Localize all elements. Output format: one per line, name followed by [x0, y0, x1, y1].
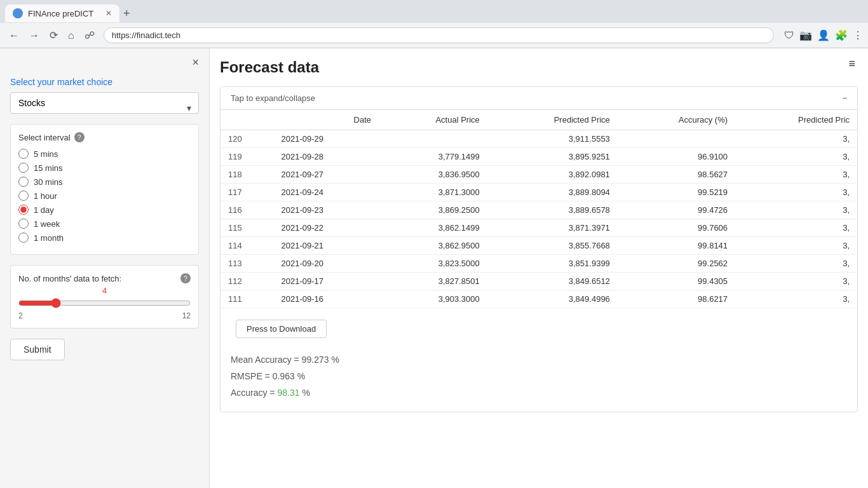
collapse-toggle[interactable]: Tap to expand/collapse − — [220, 87, 857, 110]
forecast-card: Tap to expand/collapse − Date Actual Pri… — [220, 86, 858, 412]
browser-tab[interactable]: FINAnce preDICT ✕ — [5, 4, 119, 22]
mean-accuracy-label: Mean Accuracy = 99.273 % — [231, 355, 339, 365]
interval-label: Select interval ? — [18, 132, 191, 142]
radio-1hour-label: 1 hour — [34, 191, 57, 201]
camera-icon[interactable]: 📷 — [799, 29, 812, 41]
table-row: 113 2021-09-20 3,823.5000 3,851.9399 99.… — [220, 255, 857, 273]
forward-button[interactable]: → — [25, 27, 43, 44]
cell-accuracy: 98.5627 — [618, 166, 735, 184]
cell-accuracy: 99.7606 — [618, 219, 735, 237]
col-header-date: Date — [274, 110, 379, 130]
cell-idx: 116 — [220, 201, 274, 219]
download-area: Press to Download — [220, 308, 857, 347]
home-button[interactable]: ⌂ — [64, 27, 78, 44]
cell-pred2: 3, — [735, 219, 857, 237]
table-container[interactable]: Date Actual Price Predicted Price Accura… — [220, 110, 857, 308]
months-slider[interactable] — [18, 298, 191, 308]
reload-button[interactable]: ⟳ — [46, 27, 62, 44]
cell-predicted: 3,851.9399 — [487, 255, 618, 273]
slider-max-label: 12 — [182, 311, 191, 320]
cell-accuracy: 99.2562 — [618, 255, 735, 273]
interval-1hour[interactable]: 1 hour — [18, 191, 191, 201]
cell-idx: 113 — [220, 255, 274, 273]
cell-actual: 3,836.9500 — [379, 166, 487, 184]
radio-15mins[interactable] — [18, 163, 29, 173]
address-bar[interactable]: https://finadict.tech — [104, 27, 774, 43]
slider-range-labels: 2 12 — [18, 311, 191, 320]
cell-predicted: 3,895.9251 — [487, 148, 618, 166]
radio-1day[interactable] — [18, 205, 29, 215]
cell-date: 2021-09-22 — [274, 219, 379, 237]
cell-idx: 114 — [220, 237, 274, 255]
cell-actual: 3,862.9500 — [379, 237, 487, 255]
radio-1hour[interactable] — [18, 191, 29, 201]
interval-1month[interactable]: 1 month — [18, 233, 191, 243]
cell-pred2: 3, — [735, 201, 857, 219]
interval-help-icon[interactable]: ? — [74, 132, 85, 142]
bookmark-button[interactable]: ☍ — [81, 27, 98, 44]
cell-pred2: 3, — [735, 290, 857, 308]
cell-actual: 3,869.2500 — [379, 201, 487, 219]
radio-30mins[interactable] — [18, 177, 29, 187]
extensions-icon[interactable]: 🧩 — [835, 29, 848, 41]
interval-15mins[interactable]: 15 mins — [18, 163, 191, 173]
table-row: 120 2021-09-29 3,911.5553 3, — [220, 130, 857, 148]
radio-5mins[interactable] — [18, 149, 29, 159]
radio-1week-label: 1 week — [34, 219, 60, 229]
cell-predicted: 3,889.6578 — [487, 201, 618, 219]
tab-favicon — [13, 8, 23, 18]
cell-predicted: 3,849.4996 — [487, 290, 618, 308]
cell-accuracy: 99.5219 — [618, 184, 735, 201]
interval-30mins[interactable]: 30 mins — [18, 177, 191, 187]
hamburger-menu-icon[interactable]: ≡ — [848, 57, 855, 71]
rmspe-label: RMSPE = 0.963 % — [231, 371, 305, 381]
download-button[interactable]: Press to Download — [236, 320, 327, 338]
table-row: 116 2021-09-23 3,869.2500 3,889.6578 99.… — [220, 201, 857, 219]
radio-1month[interactable] — [18, 233, 29, 243]
interval-1day[interactable]: 1 day — [18, 205, 191, 215]
cell-actual: 3,827.8501 — [379, 273, 487, 290]
cell-idx: 120 — [220, 130, 274, 148]
menu-dots-icon[interactable]: ⋮ — [853, 29, 863, 41]
navigation-bar: ← → ⟳ ⌂ ☍ https://finadict.tech 🛡 📷 👤 🧩 … — [0, 23, 868, 48]
cell-date: 2021-09-16 — [274, 290, 379, 308]
market-select-wrapper: Stocks Forex Crypto ▾ — [10, 92, 199, 124]
forecast-table: Date Actual Price Predicted Price Accura… — [220, 110, 857, 308]
cell-date: 2021-09-21 — [274, 237, 379, 255]
col-header-pred2: Predicted Pric — [735, 110, 857, 130]
table-row: 117 2021-09-24 3,871.3000 3,889.8094 99.… — [220, 184, 857, 201]
new-tab-button[interactable]: + — [123, 7, 130, 20]
close-sidebar-button[interactable]: × — [192, 56, 199, 69]
tab-title: FINAnce preDICT — [28, 9, 93, 18]
brave-shield-icon[interactable]: 🛡 — [784, 30, 794, 41]
slider-value-display: 4 — [18, 286, 191, 295]
accuracy-stat: Accuracy = 98.31 % — [231, 388, 847, 398]
cell-pred2: 3, — [735, 255, 857, 273]
cell-pred2: 3, — [735, 237, 857, 255]
cell-actual: 3,779.1499 — [379, 148, 487, 166]
months-help-icon[interactable]: ? — [180, 273, 191, 283]
accuracy-prefix: Accuracy = — [231, 388, 278, 398]
profile-icon[interactable]: 👤 — [817, 29, 830, 41]
tab-close-icon[interactable]: ✕ — [105, 9, 112, 18]
cell-pred2: 3, — [735, 166, 857, 184]
cell-predicted: 3,911.5553 — [487, 130, 618, 148]
interval-1week[interactable]: 1 week — [18, 219, 191, 229]
stats-section: Mean Accuracy = 99.273 % RMSPE = 0.963 %… — [220, 347, 857, 412]
cell-accuracy: 99.8141 — [618, 237, 735, 255]
cell-predicted: 3,892.0981 — [487, 166, 618, 184]
cell-accuracy — [618, 130, 735, 148]
cell-accuracy: 99.4305 — [618, 273, 735, 290]
collapse-text: Tap to expand/collapse — [231, 93, 315, 103]
back-button[interactable]: ← — [5, 27, 23, 44]
cell-pred2: 3, — [735, 273, 857, 290]
cell-date: 2021-09-20 — [274, 255, 379, 273]
market-select[interactable]: Stocks Forex Crypto — [10, 92, 199, 114]
forecast-title: Forecast data — [220, 58, 858, 76]
col-header-predicted: Predicted Price — [487, 110, 618, 130]
cell-accuracy: 98.6217 — [618, 290, 735, 308]
interval-5mins[interactable]: 5 mins — [18, 149, 191, 159]
radio-30mins-label: 30 mins — [34, 177, 63, 187]
submit-button[interactable]: Submit — [10, 339, 65, 360]
radio-1week[interactable] — [18, 219, 29, 229]
